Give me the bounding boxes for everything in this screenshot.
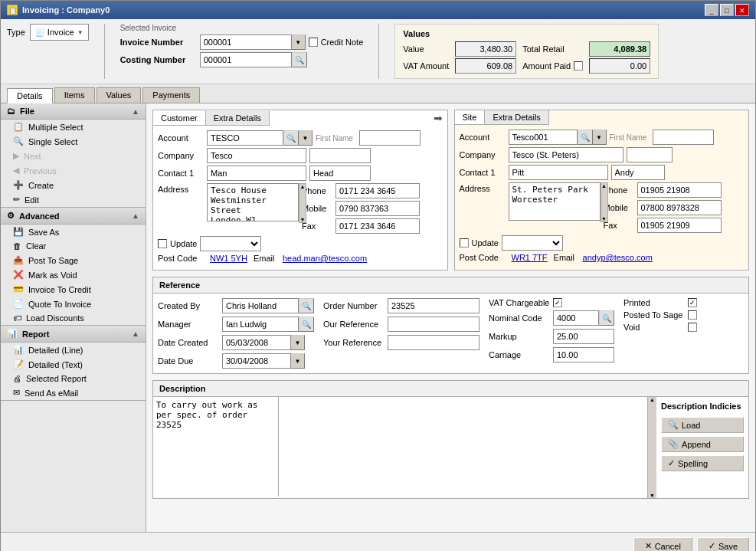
sidebar-selected-report[interactable]: 🖨 Selected Report: [1, 372, 146, 385]
created-by-input[interactable]: [222, 298, 299, 313]
scroll-up[interactable]: ▲: [299, 184, 306, 189]
customer-company-input[interactable]: [207, 148, 306, 163]
customer-postcode-value[interactable]: NW1 5YH: [210, 254, 247, 263]
sidebar-quote-to-invoice[interactable]: 📄 Quote To Invoice: [1, 297, 146, 311]
site-company-extra[interactable]: [627, 147, 673, 162]
customer-update-select[interactable]: [200, 236, 261, 251]
customer-contact-last[interactable]: [309, 166, 371, 181]
customer-account-dropdown[interactable]: ▼: [299, 130, 313, 146]
site-contact-first[interactable]: [509, 165, 608, 180]
customer-contact-first[interactable]: [207, 166, 306, 181]
desc-scroll-up[interactable]: ▲: [648, 397, 656, 402]
tab-items[interactable]: Items: [54, 87, 95, 103]
nominal-code-input[interactable]: [553, 310, 599, 326]
customer-account-input[interactable]: [207, 130, 283, 146]
sidebar-load-discounts[interactable]: 🏷 Load Discounts: [1, 311, 146, 325]
load-button[interactable]: 🔍 Load: [661, 417, 744, 433]
site-contact-last[interactable]: [611, 165, 665, 180]
site-scroll-down[interactable]: ▼: [601, 216, 607, 221]
sidebar-create[interactable]: ➕ Create: [1, 178, 146, 192]
customer-account-search[interactable]: 🔍: [283, 130, 299, 146]
date-created-input[interactable]: [222, 335, 291, 350]
sidebar-detailed-text[interactable]: 📝 Detailed (Text): [1, 357, 146, 372]
site-extra-tab[interactable]: Extra Details: [485, 110, 548, 124]
sidebar-single-select[interactable]: 🔍 Single Select: [1, 134, 146, 149]
invoice-number-input[interactable]: 000001: [200, 34, 292, 50]
site-tab[interactable]: Site: [455, 110, 486, 124]
printed-checkbox[interactable]: [688, 298, 697, 307]
spelling-button[interactable]: ✓ Spelling: [661, 455, 744, 471]
sidebar-advanced-header[interactable]: ⚙ Advanced ▲: [1, 208, 146, 225]
scroll-down[interactable]: ▼: [299, 217, 306, 222]
customer-update-checkbox[interactable]: [158, 239, 167, 248]
total-retail-amount[interactable]: 4,089.38: [589, 41, 650, 57]
site-address-input[interactable]: St. Peters Park Worcester: [509, 182, 601, 221]
sidebar-invoice-to-credit[interactable]: 💳 Invoice To Credit: [1, 282, 146, 297]
sidebar-clear[interactable]: 🗑 Clear: [1, 239, 146, 253]
amount-paid-checkbox[interactable]: [574, 61, 583, 71]
tab-details[interactable]: Details: [7, 88, 53, 103]
sidebar-multiple-select[interactable]: 📋 Multiple Select: [1, 120, 146, 134]
amount-paid-value[interactable]: 0.00: [589, 58, 650, 74]
sidebar-detailed-line[interactable]: 📊 Detailed (Line): [1, 343, 146, 357]
site-account-search[interactable]: 🔍: [578, 130, 593, 145]
customer-extra-tab[interactable]: Extra Details: [206, 111, 270, 125]
sidebar-save-as[interactable]: 💾 Save As: [1, 225, 146, 239]
cancel-button[interactable]: ✕ Cancel: [633, 537, 692, 551]
sidebar-file-header[interactable]: 🗂 File ▲: [1, 103, 146, 120]
customer-nav-btn[interactable]: ➡: [429, 110, 447, 126]
sidebar-post-to-sage[interactable]: 📤 Post To Sage: [1, 253, 146, 267]
sidebar-previous[interactable]: ◀ Previous: [1, 163, 146, 178]
markup-input[interactable]: [553, 329, 614, 344]
date-created-dropdown[interactable]: ▼: [291, 335, 305, 350]
site-scroll-up[interactable]: ▲: [601, 183, 607, 189]
site-first-name-input[interactable]: [653, 130, 714, 145]
vat-amount[interactable]: 609.08: [455, 58, 516, 74]
value-amount[interactable]: 3,480.30: [455, 41, 516, 57]
save-button[interactable]: ✓ Save: [697, 537, 749, 551]
site-fax-input[interactable]: [637, 218, 722, 233]
minimize-button[interactable]: _: [705, 4, 718, 16]
your-reference-input[interactable]: [388, 335, 479, 350]
created-by-search[interactable]: 🔍: [299, 298, 314, 313]
posted-to-sage-checkbox[interactable]: [688, 310, 697, 320]
manager-search[interactable]: 🔍: [299, 316, 314, 332]
sidebar-send-as-email[interactable]: ✉ Send As eMail: [1, 385, 146, 400]
vat-chargeable-checkbox[interactable]: [553, 298, 562, 307]
customer-email-value[interactable]: head.man@tesco.com: [283, 254, 367, 263]
maximize-button[interactable]: □: [720, 4, 734, 16]
site-mobile-input[interactable]: [637, 200, 722, 215]
tab-values[interactable]: Values: [97, 87, 142, 103]
credit-note-checkbox[interactable]: [309, 38, 318, 47]
order-number-input[interactable]: [388, 298, 479, 313]
customer-mobile-input[interactable]: [335, 201, 420, 216]
desc-scroll-down[interactable]: ▼: [648, 493, 656, 498]
our-reference-input[interactable]: [388, 316, 479, 332]
tab-payments[interactable]: Payments: [142, 87, 200, 103]
append-button[interactable]: 📎 Append: [661, 436, 744, 452]
sidebar-edit[interactable]: ✏ Edit: [1, 192, 146, 207]
customer-first-name-input[interactable]: [359, 130, 421, 146]
customer-tab[interactable]: Customer: [153, 111, 206, 125]
site-account-dropdown[interactable]: ▼: [593, 130, 607, 145]
customer-phone-input[interactable]: [335, 183, 420, 198]
site-account-input[interactable]: [509, 130, 578, 145]
manager-input[interactable]: [222, 316, 299, 332]
site-update-checkbox[interactable]: [460, 238, 469, 248]
carriage-input[interactable]: [553, 347, 614, 362]
customer-address-input[interactable]: Tesco House Westminster Street London W1: [207, 183, 299, 221]
costing-number-search[interactable]: 🔍: [292, 52, 307, 67]
site-update-select[interactable]: [502, 235, 563, 251]
sidebar-mark-as-void[interactable]: ❌ Mark as Void: [1, 267, 146, 282]
sidebar-next[interactable]: ▶ Next: [1, 149, 146, 163]
invoice-number-dropdown[interactable]: ▼: [292, 34, 306, 50]
sidebar-report-header[interactable]: 📊 Report ▲: [1, 326, 146, 343]
type-dropdown[interactable]: 🧾 Invoice ▼: [30, 24, 89, 41]
site-company-input[interactable]: [509, 147, 623, 162]
date-due-input[interactable]: [222, 353, 291, 369]
costing-number-input[interactable]: 000001: [200, 52, 292, 67]
site-email-value[interactable]: andyp@tesco.com: [583, 253, 653, 262]
description-textarea[interactable]: To carry out work as per spec. of order …: [153, 397, 279, 497]
site-phone-input[interactable]: [637, 182, 722, 198]
date-due-dropdown[interactable]: ▼: [291, 353, 305, 369]
